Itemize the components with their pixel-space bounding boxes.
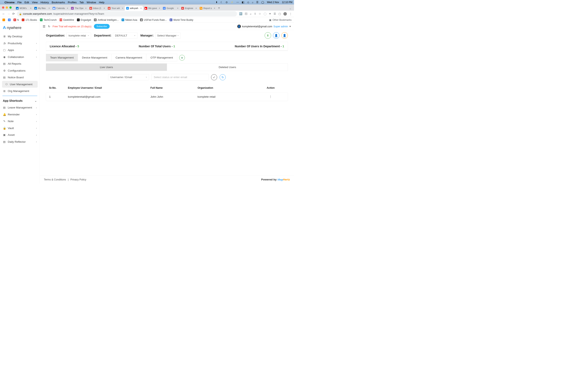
sidebar-item[interactable]: ⚇User Management bbox=[2, 81, 38, 88]
tab-close-icon[interactable]: × bbox=[196, 7, 197, 9]
bookmark-item[interactable]: ▤USFed Funds Rate... bbox=[140, 18, 167, 21]
search-input[interactable] bbox=[151, 74, 209, 81]
footer-pp[interactable]: Privacy Policy bbox=[70, 178, 86, 181]
search-field-select[interactable]: Username / Email bbox=[108, 74, 149, 81]
user-settings-button[interactable]: 👤 bbox=[281, 32, 288, 39]
export-button[interactable]: ⬇ bbox=[265, 32, 271, 39]
bookmark-item[interactable]: NNikkei Asia bbox=[122, 18, 138, 21]
refresh-button[interactable]: ↻ bbox=[220, 74, 226, 80]
close-window-button[interactable] bbox=[2, 7, 4, 9]
menubar-app[interactable]: Chrome bbox=[4, 1, 15, 4]
play-icon[interactable]: ⊙ bbox=[226, 1, 228, 4]
sidepanel-icon[interactable]: ▢ bbox=[278, 12, 281, 16]
zoom-icon[interactable]: ⌕ bbox=[250, 12, 251, 16]
siri-icon[interactable]: ◯ bbox=[261, 1, 264, 4]
tab-deleted-users[interactable]: Deleted Users bbox=[167, 63, 288, 71]
bookmark-item[interactable]: G bbox=[8, 18, 11, 21]
dept-select[interactable]: DEFAULT bbox=[113, 33, 138, 39]
browser-tab[interactable]: ☁MOM's× bbox=[15, 6, 33, 11]
sidebar-item[interactable]: ▢Apps› bbox=[0, 47, 40, 54]
tab-close-icon[interactable]: × bbox=[104, 7, 105, 9]
tab-close-icon[interactable]: × bbox=[140, 7, 142, 9]
battery-icon[interactable]: ▮▯ bbox=[242, 1, 244, 4]
menubar-time[interactable]: 12:10 PM bbox=[282, 1, 292, 4]
menu-file[interactable]: File bbox=[17, 1, 22, 4]
sidebar-shortcut[interactable]: ▤Leave Management› bbox=[0, 104, 40, 111]
tab-close-icon[interactable]: × bbox=[85, 7, 86, 9]
menu-view[interactable]: View bbox=[32, 1, 38, 4]
tab-close-icon[interactable]: × bbox=[159, 7, 160, 9]
tab-device[interactable]: Device Management bbox=[78, 54, 112, 62]
bookmark-item[interactable]: EEngadget bbox=[77, 18, 91, 21]
spotlight-icon[interactable]: ⌕ bbox=[252, 1, 253, 4]
bookmark-item[interactable]: ⊞Artificial Intelligen... bbox=[94, 18, 119, 21]
reload-button[interactable]: ⟳ bbox=[12, 12, 15, 16]
other-bookmarks[interactable]: ▣Other Bookmarks bbox=[269, 18, 292, 21]
tab-list-button[interactable]: ⌄ bbox=[287, 6, 293, 11]
blocker-icon[interactable]: ◯ bbox=[264, 12, 267, 16]
sidebar-shortcuts-header[interactable]: App Shortcuts ⌄ bbox=[0, 97, 40, 104]
back-button[interactable]: ← bbox=[2, 12, 5, 16]
bluetooth-icon[interactable]: ⚡ bbox=[231, 1, 233, 4]
sidebar-item[interactable]: ▤Notice Board bbox=[0, 74, 40, 81]
fullscreen-window-button[interactable] bbox=[9, 7, 12, 9]
menu-profiles[interactable]: Profiles bbox=[68, 1, 77, 4]
footer-tc[interactable]: Terms & Conditions bbox=[44, 178, 66, 181]
extensions-icon[interactable]: ✦ bbox=[269, 12, 271, 16]
new-tab-button[interactable]: + bbox=[217, 5, 221, 11]
user-menu[interactable]: 👤 kompleteretail@gmail.com Super admin ▼ bbox=[237, 25, 291, 28]
hamburger-icon[interactable]: ☰ bbox=[43, 25, 45, 28]
mgr-select[interactable]: Select Manager bbox=[155, 33, 181, 39]
minimize-window-button[interactable] bbox=[6, 7, 8, 9]
menubar-date[interactable]: Wed 2 Nov bbox=[267, 1, 279, 4]
tab-camera[interactable]: Camera Management bbox=[112, 54, 146, 62]
browser-tab[interactable]: MInbox (1× bbox=[88, 6, 106, 11]
browser-tab[interactable]: ▶We gave× bbox=[143, 6, 162, 11]
tab-live-users[interactable]: Live Users bbox=[46, 63, 167, 71]
app-logo[interactable]: Anywhere bbox=[0, 25, 40, 33]
tab-close-icon[interactable]: × bbox=[30, 7, 31, 9]
menu-bookmarks[interactable]: Bookmarks bbox=[52, 1, 65, 4]
sidebar-item[interactable]: ◔Productivity› bbox=[0, 40, 40, 47]
sync-icon[interactable]: ↻ bbox=[48, 25, 50, 28]
wifi-icon[interactable]: ◇ bbox=[247, 1, 249, 4]
control-center-icon[interactable]: ☰ bbox=[256, 1, 259, 4]
menu-help[interactable]: Help bbox=[99, 1, 104, 4]
tab-close-icon[interactable]: × bbox=[177, 7, 178, 9]
reading-list-icon[interactable]: ☰ bbox=[274, 12, 276, 16]
browser-tab[interactable]: MYour wA× bbox=[106, 6, 125, 11]
profile-avatar[interactable] bbox=[283, 12, 287, 16]
bookmark-item[interactable]: ◐World Time Buddy bbox=[170, 18, 193, 21]
sidebar-shortcut[interactable]: 🔒Vault› bbox=[0, 125, 40, 132]
bookmark-icon[interactable]: ☆ bbox=[259, 12, 261, 16]
tab-close-icon[interactable]: × bbox=[67, 7, 68, 9]
subscribe-button[interactable]: Subscribe bbox=[94, 24, 110, 29]
sidebar-shortcut[interactable]: ▤Daily Reflector› bbox=[0, 138, 40, 145]
translate-icon[interactable]: 🔤 bbox=[239, 12, 242, 16]
address-field[interactable]: 🔒 console.wanywhere.com/superadmin/user-… bbox=[17, 11, 237, 17]
row-actions-button[interactable]: ⋮ bbox=[269, 95, 272, 99]
sidebar-shortcut[interactable]: 🔔Reminder› bbox=[0, 111, 40, 118]
tab-close-icon[interactable]: × bbox=[49, 7, 50, 9]
tab-team[interactable]: Team Management bbox=[46, 54, 78, 62]
sidebar-item[interactable]: 🖥My Desktop bbox=[0, 33, 40, 40]
forward-button[interactable]: → bbox=[7, 12, 10, 16]
sidebar-item[interactable]: ▤All Reports bbox=[0, 60, 40, 67]
bookmark-item[interactable]: NN bbox=[13, 18, 19, 21]
browser-tab[interactable]: ▦Calenda× bbox=[51, 6, 70, 11]
menu-edit[interactable]: Edit bbox=[25, 1, 29, 4]
tab-otp[interactable]: OTP Management bbox=[146, 54, 177, 62]
share-icon[interactable]: ⇪ bbox=[254, 12, 256, 16]
sidebar-shortcut[interactable]: ▣Asset› bbox=[0, 132, 40, 138]
dots-icon[interactable]: ⋯ bbox=[236, 1, 239, 4]
browser-tab[interactable]: AwAnywh× bbox=[125, 6, 143, 11]
browser-tab[interactable]: ☁My files× bbox=[33, 6, 51, 11]
bookmark-item[interactable]: 🍎171 Books bbox=[22, 18, 37, 21]
add-user-button[interactable]: 👤 bbox=[273, 32, 279, 39]
browser-tab[interactable]: ✎Report s× bbox=[198, 6, 217, 11]
org-select[interactable]: komplete retai bbox=[66, 33, 91, 39]
bookmark-item[interactable]: GWGeekWire bbox=[60, 18, 74, 21]
browser-tab[interactable]: GGoogle× bbox=[162, 6, 180, 11]
browser-tab[interactable]: NEnginee× bbox=[180, 6, 198, 11]
sidebar-item[interactable]: ⚙Configurations bbox=[0, 67, 40, 74]
